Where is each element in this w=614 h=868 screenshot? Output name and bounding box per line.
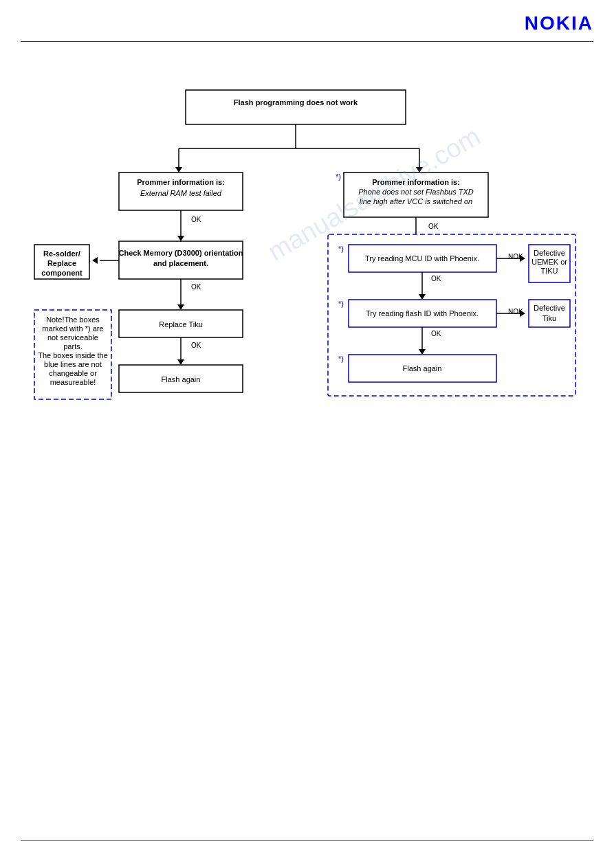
arrow-check-mem-nok-head xyxy=(92,257,98,264)
re-solder-text-2: Replace xyxy=(47,259,76,267)
note-line3: not serviceable xyxy=(47,333,98,342)
right-branch-text-3: line high after VCC is switched on xyxy=(360,197,472,205)
check-memory-text-2: and placement. xyxy=(153,259,208,267)
root-box xyxy=(186,90,406,124)
star-right-branch: *) xyxy=(336,173,341,181)
arrow-left-head xyxy=(175,167,182,173)
arrow-right-head xyxy=(416,167,423,173)
left-branch-text-2: External RAM test failed xyxy=(140,189,222,197)
defective-tiku-text-2: Tiku xyxy=(542,314,556,322)
arrow-replace-tiku-ok-head xyxy=(177,359,184,365)
defective-uemek-text-3: TIKU xyxy=(540,267,558,275)
arrow-check-mem-ok-head xyxy=(177,304,184,310)
note-line5: The boxes inside the xyxy=(38,351,108,359)
star-flash-again-right: *) xyxy=(338,355,344,363)
try-flash-text: Try reading flash ID with Phoenix. xyxy=(366,309,479,318)
flash-again-left-text: Flash again xyxy=(162,375,201,383)
left-branch-text-1: Prommer information is: xyxy=(137,178,225,186)
right-branch-text-2: Phone does not set Flashbus TXD xyxy=(358,188,474,196)
ok-label-right-2: OK xyxy=(431,275,441,282)
note-line1: Note!The boxes xyxy=(46,315,100,324)
note-line2: marked with *) are xyxy=(42,324,103,333)
defective-uemek-text-2: UEMEK or xyxy=(531,258,567,266)
right-branch-text-1: Prommer information is: xyxy=(372,178,460,186)
ok-label-left-3: OK xyxy=(191,342,201,349)
replace-tiku-text: Replace Tiku xyxy=(159,320,203,329)
star-try-flash: *) xyxy=(338,300,344,308)
note-line7: changeable or xyxy=(49,369,97,377)
root-text-1: Flash programming does not work xyxy=(234,98,358,107)
ok-label-right-1: OK xyxy=(428,223,439,230)
flowchart-svg: Flash programming does not work *) Promm… xyxy=(21,42,593,523)
note-line8: measureable! xyxy=(50,378,96,386)
diagram-area: manualsarchive.com Flash programming doe… xyxy=(0,42,614,523)
note-line6: blue lines are not xyxy=(44,360,102,368)
check-memory-text-1: Check Memory (D3000) orientation xyxy=(119,249,243,257)
star-try-mcu: *) xyxy=(338,245,344,253)
re-solder-text-1: Re-solder/ xyxy=(43,249,80,258)
page-header: NOKIA xyxy=(0,0,614,41)
re-solder-text-3: component xyxy=(41,269,83,277)
ok-label-right-3: OK xyxy=(431,330,441,337)
arrow-left-ok-1-head xyxy=(177,236,184,241)
nokia-logo: NOKIA xyxy=(525,12,593,34)
note-line4: parts. xyxy=(63,342,83,350)
try-mcu-text: Try reading MCU ID with Phoenix. xyxy=(365,254,479,263)
defective-uemek-text-1: Defective xyxy=(534,249,565,257)
ok-label-left-2: OK xyxy=(191,283,201,291)
defective-tiku-text-1: Defective xyxy=(534,304,565,312)
bottom-divider xyxy=(21,840,593,841)
ok-label-left-1: OK xyxy=(191,216,201,223)
flash-again-right-text: Flash again xyxy=(403,364,442,372)
